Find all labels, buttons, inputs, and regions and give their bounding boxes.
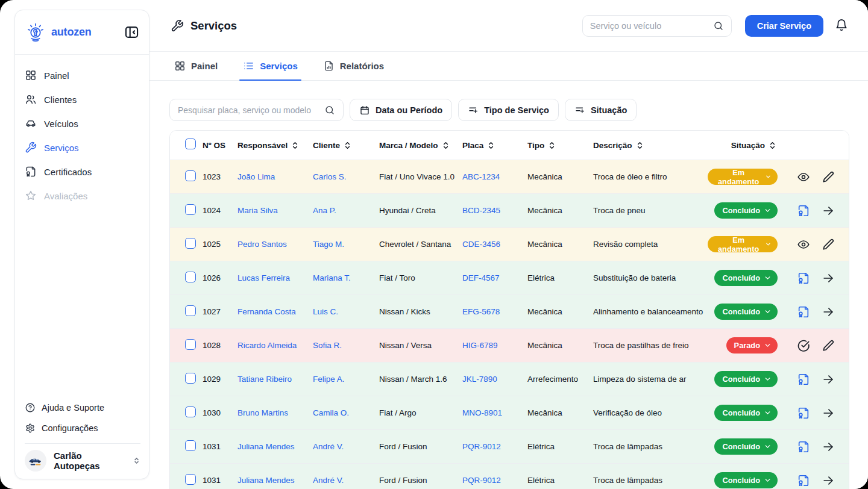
- eye-button[interactable]: [797, 238, 810, 251]
- cell-placa[interactable]: CDE-3456: [462, 240, 527, 249]
- arrow-right-button[interactable]: [822, 373, 835, 386]
- cell-cliente[interactable]: Camila O.: [313, 408, 379, 417]
- cell-cliente[interactable]: André V.: [313, 442, 379, 451]
- status-badge[interactable]: Parado: [726, 337, 778, 354]
- cell-responsavel[interactable]: João Lima: [237, 172, 313, 181]
- cell-placa[interactable]: EFG-5678: [462, 307, 527, 316]
- status-badge[interactable]: Em andamento: [708, 236, 778, 252]
- certificate-button[interactable]: [797, 440, 810, 453]
- row-checkbox[interactable]: [185, 373, 196, 384]
- certificate-button[interactable]: [797, 474, 810, 487]
- sort-icon[interactable]: [769, 142, 776, 149]
- filter-button-data-ou-peri-odo[interactable]: Data ou Período: [350, 99, 452, 121]
- table-row[interactable]: 1031 Juliana Mendes André V. Ford / Fusi…: [170, 463, 849, 489]
- row-checkbox[interactable]: [185, 406, 196, 417]
- pencil-button[interactable]: [822, 339, 835, 352]
- table-row[interactable]: 1027 Fernanda Costa Luis C. Nissan / Kic…: [170, 294, 849, 328]
- pencil-button[interactable]: [822, 238, 835, 251]
- status-badge[interactable]: Concluído: [714, 371, 778, 387]
- table-row[interactable]: 1026 Lucas Ferreira Mariana T. Fiat / To…: [170, 261, 849, 294]
- filter-button-tipo-de-servic-o[interactable]: Tipo de Serviço: [458, 99, 559, 121]
- tab-painel[interactable]: Painel: [171, 52, 221, 80]
- table-row[interactable]: 1023 João Lima Carlos S. Fiat / Uno Viva…: [170, 160, 849, 193]
- cell-responsavel[interactable]: Maria Silva: [237, 206, 313, 215]
- arrow-right-button[interactable]: [822, 474, 835, 487]
- sidebar-item-painel[interactable]: Painel: [25, 67, 139, 84]
- global-search-input[interactable]: [590, 21, 713, 31]
- sidebar-item-ajudaesuporte[interactable]: Ajuda e Suporte: [25, 397, 140, 418]
- filter-button-situac-a-o[interactable]: Situação: [565, 99, 637, 121]
- cell-cliente[interactable]: Ana P.: [313, 206, 379, 215]
- table-row[interactable]: 1030 Bruno Martins Camila O. Fiat / Argo…: [170, 396, 849, 429]
- cell-responsavel[interactable]: Fernanda Costa: [237, 307, 313, 316]
- certificate-button[interactable]: [797, 305, 810, 319]
- arrow-right-button[interactable]: [822, 305, 835, 319]
- table-row[interactable]: 1024 Maria Silva Ana P. Hyundai / Creta …: [170, 193, 849, 227]
- status-badge[interactable]: Concluído: [714, 202, 778, 219]
- cell-responsavel[interactable]: Juliana Mendes: [237, 476, 313, 485]
- arrow-right-button[interactable]: [822, 440, 835, 453]
- cell-placa[interactable]: BCD-2345: [462, 206, 527, 215]
- certificate-button[interactable]: [797, 204, 810, 217]
- row-checkbox[interactable]: [185, 440, 196, 451]
- create-service-button[interactable]: Criar Serviço: [745, 15, 823, 37]
- cell-cliente[interactable]: Sofia R.: [313, 341, 379, 350]
- certificate-button[interactable]: [797, 272, 810, 285]
- cell-placa[interactable]: PQR-9012: [462, 476, 527, 485]
- row-checkbox[interactable]: [185, 339, 196, 350]
- status-badge[interactable]: Concluído: [714, 438, 778, 455]
- cell-placa[interactable]: MNO-8901: [462, 408, 527, 417]
- table-row[interactable]: 1028 Ricardo Almeida Sofia R. Nissan / V…: [170, 328, 849, 362]
- status-badge[interactable]: Concluído: [714, 304, 778, 320]
- row-checkbox[interactable]: [185, 238, 196, 249]
- cell-responsavel[interactable]: Ricardo Almeida: [237, 341, 313, 350]
- status-badge[interactable]: Concluído: [714, 270, 778, 286]
- sort-icon[interactable]: [636, 142, 644, 149]
- row-checkbox[interactable]: [185, 204, 196, 215]
- cell-responsavel[interactable]: Juliana Mendes: [237, 442, 313, 451]
- arrow-right-button[interactable]: [822, 272, 835, 285]
- sort-icon[interactable]: [487, 142, 495, 149]
- cell-cliente[interactable]: Tiago M.: [313, 240, 379, 249]
- cell-placa[interactable]: DEF-4567: [462, 273, 527, 282]
- cell-placa[interactable]: HIG-6789: [462, 341, 527, 350]
- sort-icon[interactable]: [442, 142, 450, 149]
- row-checkbox[interactable]: [185, 305, 196, 316]
- row-checkbox[interactable]: [185, 170, 196, 181]
- row-checkbox[interactable]: [185, 474, 196, 485]
- cell-cliente[interactable]: Mariana T.: [313, 273, 379, 282]
- cell-responsavel[interactable]: Tatiane Ribeiro: [237, 375, 313, 384]
- cell-cliente[interactable]: Carlos S.: [313, 172, 379, 181]
- arrow-right-button[interactable]: [822, 406, 835, 420]
- sidebar-item-veiculos[interactable]: Veículos: [25, 115, 139, 132]
- sidebar-item-certificados[interactable]: Certificados: [25, 163, 139, 180]
- profile-selector-icon[interactable]: [133, 456, 140, 465]
- sidebar-collapse-button[interactable]: [122, 23, 140, 42]
- sort-icon[interactable]: [344, 142, 351, 149]
- arrow-right-button[interactable]: [822, 204, 835, 217]
- status-badge[interactable]: Concluído: [714, 405, 778, 421]
- select-all-checkbox[interactable]: [185, 139, 196, 149]
- sidebar-item-configuracoes[interactable]: Configurações: [25, 418, 140, 438]
- row-checkbox[interactable]: [185, 272, 196, 282]
- cell-cliente[interactable]: Felipe A.: [313, 375, 379, 384]
- table-row[interactable]: 1031 Juliana Mendes André V. Ford / Fusi…: [170, 429, 849, 463]
- cell-placa[interactable]: ABC-1234: [462, 172, 527, 181]
- sidebar-item-clientes[interactable]: Clientes: [25, 91, 139, 108]
- eye-button[interactable]: [797, 170, 810, 184]
- table-row[interactable]: 1029 Tatiane Ribeiro Felipe A. Nissan / …: [170, 362, 849, 396]
- table-row[interactable]: 1025 Pedro Santos Tiago M. Chevrolet / S…: [170, 227, 849, 261]
- sidebar-item-servicos[interactable]: Serviços: [25, 139, 139, 156]
- check-circle-button[interactable]: [797, 339, 810, 352]
- cell-cliente[interactable]: Luis C.: [313, 307, 379, 316]
- sort-icon[interactable]: [548, 142, 556, 149]
- sort-icon[interactable]: [291, 142, 299, 149]
- cell-responsavel[interactable]: Bruno Martins: [237, 408, 313, 417]
- status-badge[interactable]: Concluído: [714, 472, 778, 488]
- status-badge[interactable]: Em andamento: [708, 169, 778, 185]
- cell-responsavel[interactable]: Pedro Santos: [237, 240, 313, 249]
- cell-placa[interactable]: JKL-7890: [462, 375, 527, 384]
- notifications-button[interactable]: [834, 19, 849, 33]
- certificate-button[interactable]: [797, 373, 810, 386]
- table-search-input[interactable]: [178, 105, 324, 115]
